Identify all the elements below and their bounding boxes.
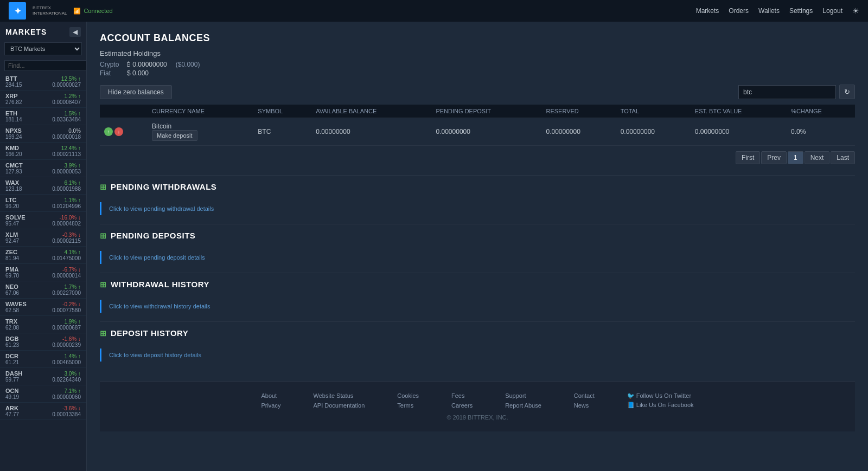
coin-list-item[interactable]: SOLVE -16.0% ↓ 95.47 0.00004802: [0, 212, 86, 229]
expand-icon: ⊞: [100, 183, 106, 191]
refresh-button[interactable]: ↻: [839, 85, 855, 99]
coin-change: 6.1% ↑: [64, 180, 81, 186]
fiat-value: $ 0.000: [127, 69, 149, 77]
coin-volume: 0.00465000: [52, 359, 81, 365]
coin-list-item[interactable]: BTT 12.5% ↑ 284.15 0.00000027: [0, 73, 86, 91]
coin-change: -0.2% ↓: [62, 301, 81, 307]
current-page-button[interactable]: 1: [788, 151, 803, 164]
footer-twitter[interactable]: Follow Us On Twitter: [627, 392, 694, 399]
coin-name: NPXS: [5, 127, 22, 134]
sidebar-collapse-button[interactable]: ◀: [69, 27, 81, 37]
coin-volume: 0.00021113: [52, 151, 81, 157]
market-select-wrapper: BTC Markets ETH Markets USDT Markets: [4, 42, 82, 55]
footer-careers[interactable]: Careers: [451, 402, 473, 409]
logo-text: BITTREX INTERNATIONAL: [33, 5, 67, 16]
footer-report-abuse[interactable]: Report Abuse: [505, 402, 541, 409]
first-page-button[interactable]: First: [736, 151, 760, 164]
coin-price: 61.21: [5, 359, 19, 365]
col-available-balance: AVAILABLE BALANCE: [311, 105, 431, 118]
coin-list-item[interactable]: CMCT 3.9% ↑ 127.93 0.00000053: [0, 160, 86, 177]
fiat-label: Fiat: [100, 69, 122, 77]
nav-logout[interactable]: Logout: [822, 7, 843, 15]
hide-zero-button[interactable]: Hide zero balances: [100, 85, 172, 99]
coin-change: 7.1% ↑: [64, 388, 81, 394]
market-select[interactable]: BTC Markets ETH Markets USDT Markets: [4, 42, 82, 55]
coin-name: WAX: [5, 179, 19, 186]
make-deposit-button[interactable]: Make deposit: [152, 130, 197, 141]
coin-price: 95.47: [5, 221, 19, 227]
footer-col-4: Fees Careers: [451, 392, 473, 409]
coin-name: PMA: [5, 266, 18, 273]
nav-settings[interactable]: Settings: [789, 7, 813, 15]
coin-list-item[interactable]: PMA -6.7% ↓ 69.70 0.00000014: [0, 264, 86, 281]
footer-contact[interactable]: Contact: [574, 392, 595, 399]
coin-list-item[interactable]: ZEC 4.1% ↑ 81.94 0.01475000: [0, 247, 86, 264]
withdraw-icon[interactable]: ↓: [114, 127, 123, 136]
coin-list-item[interactable]: TRX 1.9% ↑ 62.08 0.00000687: [0, 316, 86, 333]
coin-list-item[interactable]: ARK -3.6% ↓ 47.77 0.00013384: [0, 403, 86, 420]
theme-icon[interactable]: ☀: [852, 7, 859, 15]
coin-name: OCN: [5, 388, 18, 394]
coin-list-item[interactable]: KMD 12.4% ↑ 166.20 0.00021113: [0, 143, 86, 160]
coin-list-item[interactable]: NEO 1.7% ↑ 67.06 0.00227000: [0, 281, 86, 299]
nav-wallets[interactable]: Wallets: [758, 7, 780, 15]
col-symbol: SYMBOL: [253, 105, 311, 118]
footer-api-docs[interactable]: API Documentation: [313, 402, 365, 409]
footer-col-5: Support Report Abuse: [505, 392, 541, 409]
coin-price: 59.77: [5, 377, 19, 383]
pending-deposits-hint[interactable]: Click to view pending deposit details: [100, 251, 855, 264]
nav-markets[interactable]: Markets: [696, 7, 719, 15]
coin-change: 12.4% ↑: [61, 145, 81, 151]
coin-volume: 0.00004802: [52, 221, 81, 227]
coin-volume: 0.03363484: [52, 117, 81, 122]
balance-search-input[interactable]: [738, 85, 836, 99]
withdrawal-history-header[interactable]: ⊞ WITHDRAWAL HISTORY: [100, 273, 855, 295]
coin-list-item[interactable]: ETH 1.5% ↑ 181.14 0.03363484: [0, 108, 86, 125]
footer-terms[interactable]: Terms: [397, 402, 419, 409]
coin-name: XRP: [5, 93, 18, 99]
pending-deposits-header[interactable]: ⊞ PENDING DEPOSITS: [100, 224, 855, 247]
footer-col-1: About Privacy: [261, 392, 280, 409]
coin-list-item[interactable]: DGB -1.6% ↓ 61.23 0.00000239: [0, 333, 86, 351]
coin-list-item[interactable]: WAVES -0.2% ↓ 62.58 0.00077580: [0, 299, 86, 316]
withdrawal-history-section: ⊞ WITHDRAWAL HISTORY Click to view withd…: [100, 273, 855, 321]
pending-deposits-section: ⊞ PENDING DEPOSITS Click to view pending…: [100, 224, 855, 273]
coin-list-item[interactable]: XRP 1.2% ↑ 276.82 0.00008407: [0, 91, 86, 108]
last-page-button[interactable]: Last: [831, 151, 855, 164]
pending-withdrawals-title: PENDING WITHDRAWALS: [111, 182, 216, 191]
deposit-history-hint[interactable]: Click to view deposit history details: [100, 349, 855, 362]
coin-list-item[interactable]: LTC 1.1% ↑ 96.20 0.01204996: [0, 195, 86, 212]
footer-news[interactable]: News: [574, 402, 595, 409]
footer-links: About Privacy Website Status API Documen…: [100, 392, 855, 409]
pending-withdrawals-hint[interactable]: Click to view pending withdrawal details: [100, 202, 855, 215]
footer-about[interactable]: About: [261, 392, 280, 399]
footer-privacy[interactable]: Privacy: [261, 402, 280, 409]
footer-cookies[interactable]: Cookies: [397, 392, 419, 399]
coin-change: -1.6% ↓: [62, 336, 81, 342]
nav-orders[interactable]: Orders: [729, 7, 749, 15]
coin-list-item[interactable]: NPXS 0.0% 169.24 0.00000018: [0, 125, 86, 143]
market-search-input[interactable]: [4, 60, 87, 71]
coin-list-item[interactable]: DASH 3.0% ↑ 59.77 0.02264340: [0, 368, 86, 385]
footer-support[interactable]: Support: [505, 392, 541, 399]
coin-name: CMCT: [5, 162, 23, 169]
footer-fees[interactable]: Fees: [451, 392, 473, 399]
balances-table-body: ↑ ↓ Bitcoin Make deposit BTC 0.00000000 …: [100, 118, 855, 146]
coin-list-item[interactable]: OCN 7.1% ↑ 49.19 0.00000060: [0, 385, 86, 403]
withdrawal-history-hint[interactable]: Click to view withdrawal history details: [100, 300, 855, 313]
coin-list: BTT 12.5% ↑ 284.15 0.00000027 XRP 1.2% ↑…: [0, 73, 86, 471]
coin-list-item[interactable]: DCR 1.4% ↑ 61.21 0.00465000: [0, 351, 86, 368]
prev-page-button[interactable]: Prev: [761, 151, 787, 164]
next-page-button[interactable]: Next: [805, 151, 830, 164]
pending-withdrawals-header[interactable]: ⊞ PENDING WITHDRAWALS: [100, 176, 855, 198]
coin-volume: 0.01475000: [52, 255, 81, 261]
deposit-history-header[interactable]: ⊞ DEPOSIT HISTORY: [100, 322, 855, 344]
deposit-icon[interactable]: ↑: [104, 127, 113, 136]
footer-facebook[interactable]: Like Us On Facebook: [627, 402, 694, 409]
deposit-history-content: Click to view deposit history details: [100, 344, 855, 370]
footer-website-status[interactable]: Website Status: [313, 392, 365, 399]
coin-change: 4.1% ↑: [64, 249, 81, 255]
coin-list-item[interactable]: WAX 6.1% ↑ 123.18 0.00001988: [0, 177, 86, 195]
coin-name: TRX: [5, 318, 17, 325]
coin-list-item[interactable]: XLM -0.3% ↓ 92.47 0.00002115: [0, 229, 86, 247]
